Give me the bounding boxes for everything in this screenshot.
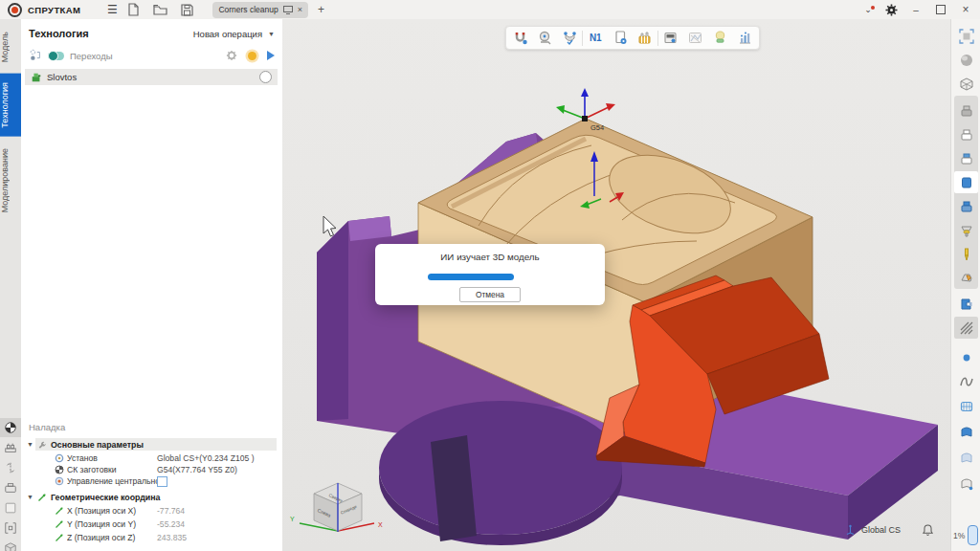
machine-display-icon[interactable] [954, 293, 978, 315]
nc-program-icon[interactable]: N1 [583, 28, 608, 49]
zoom-slider-handle[interactable] [968, 525, 978, 545]
stock-top-blue-icon[interactable] [954, 147, 978, 169]
magnet-snap-icon[interactable] [508, 28, 533, 49]
main-menu-icon[interactable]: ☰ [101, 1, 122, 18]
tool-holder-check-icon[interactable] [558, 28, 583, 49]
curves-display-icon[interactable] [954, 370, 978, 392]
param-label: Y (Позиция оси Y) [67, 519, 157, 529]
mesh-display-icon[interactable] [954, 395, 978, 417]
close-button[interactable]: × [955, 1, 976, 18]
minimize-button[interactable]: – [905, 1, 926, 18]
new-operation-dropdown[interactable]: Новая операция ▼ [193, 29, 275, 39]
travel-limits-icon[interactable] [0, 458, 21, 477]
chevron-down-icon: ▼ [27, 494, 35, 500]
axis-icon [55, 519, 64, 529]
viewport-3d[interactable]: G54 Сверху Слева Спереди [282, 19, 950, 551]
progress-bar [428, 274, 514, 280]
points-display-icon[interactable] [954, 346, 978, 368]
coordinate-system-icon [55, 465, 64, 474]
left-tab-strip: Модель Технология Моделирование [0, 19, 22, 551]
section-hatch-icon[interactable] [954, 317, 978, 339]
axis-icon [55, 506, 64, 516]
surface-shaded-icon[interactable] [954, 421, 978, 443]
group-geometric-coordinates[interactable]: ▼ Геометрические координа [21, 491, 282, 503]
group-main-parameters[interactable]: ▼ Основные параметры [21, 438, 282, 451]
postprocessor-settings-icon[interactable] [608, 28, 633, 49]
tab-modeling[interactable]: Моделирование [0, 140, 21, 221]
sprutcam-window: СПРУТКАМ ☰ Corners cleanup × + ⌄ – × [0, 0, 980, 551]
cancel-button[interactable]: Отмена [459, 287, 521, 302]
param-label: X (Позиция оси X) [67, 506, 157, 516]
view-cube[interactable]: Сверху Слева Спереди Y X [290, 483, 383, 532]
fixtures-icon[interactable] [0, 438, 21, 457]
surface-edges-icon[interactable] [954, 473, 978, 495]
maximize-button[interactable] [930, 1, 951, 18]
param-value[interactable]: 243.835 [157, 533, 187, 542]
tool-display-icon[interactable] [954, 219, 978, 241]
document-tab[interactable]: Corners cleanup × [212, 2, 308, 18]
tab-technology[interactable]: Технология [0, 74, 21, 137]
stock-gray-icon[interactable] [954, 99, 978, 121]
save-project-icon[interactable] [176, 1, 197, 18]
new-tab-button[interactable]: + [318, 3, 324, 16]
operation-radio[interactable] [259, 71, 272, 83]
param-label: Управление центральной [67, 476, 157, 486]
machine-panel-icon[interactable] [658, 28, 683, 49]
workpiece-plane-icon[interactable] [0, 498, 21, 518]
solid-box-icon[interactable] [0, 539, 21, 551]
param-label: СК заготовки [67, 465, 157, 474]
viewport-status: Global CS [845, 524, 901, 535]
param-row-z: Z (Позиция оси Z) 243.835 [21, 532, 282, 543]
param-value[interactable]: -55.234 [157, 519, 185, 529]
toolpath-graph-icon[interactable] [683, 28, 708, 49]
operation-settings-gear-icon[interactable] [226, 50, 237, 61]
group-label: Геометрические координа [51, 493, 160, 502]
operation-list-item[interactable]: Slovtos [25, 69, 278, 85]
param-value[interactable]: -77.764 [157, 506, 185, 516]
app-name: СПРУТКАМ [28, 5, 80, 15]
stock-blue-gray-icon[interactable] [954, 195, 978, 217]
new-project-icon[interactable] [122, 1, 144, 18]
surface-flat-icon[interactable] [954, 447, 978, 469]
tab-model[interactable]: Модель [0, 23, 21, 71]
wireframe-view-icon[interactable] [954, 73, 978, 95]
measure-tool-icon[interactable] [533, 28, 558, 49]
open-project-icon[interactable] [149, 1, 170, 18]
notifications-bell-icon[interactable] [922, 523, 934, 537]
drill-tool-icon[interactable] [954, 243, 978, 265]
stock-outline-icon[interactable] [954, 123, 978, 145]
stock-box-icon[interactable] [0, 478, 21, 497]
tab-close-icon[interactable]: × [298, 5, 302, 14]
fixture-round-base[interactable] [379, 401, 622, 545]
operation-name: Slovtos [47, 72, 77, 82]
axis-y-label: Y [290, 516, 295, 522]
param-label: Z (Позиция оси Z) [67, 533, 157, 542]
zoom-control: 1% [953, 525, 978, 545]
param-value[interactable]: Global CS+(Y0.234 Z105 ) [157, 453, 255, 463]
run-operation-icon[interactable] [267, 51, 275, 60]
clamps-icon[interactable] [0, 518, 21, 538]
shaded-view-icon[interactable] [954, 49, 978, 71]
settings-gear-icon[interactable] [880, 1, 902, 18]
transitions-row: Переходы [21, 46, 282, 65]
viewport-toolbar: N1 [505, 26, 760, 50]
monitor-icon [283, 6, 293, 14]
tool-library-icon[interactable] [633, 28, 657, 49]
statistics-icon[interactable] [732, 28, 757, 49]
datum-balloon-icon[interactable] [0, 418, 21, 437]
group-label: Основные параметры [51, 440, 144, 450]
param-value[interactable]: G54(X77.764 Y55 Z0) [157, 465, 237, 474]
transitions-toggle[interactable] [48, 52, 64, 60]
coordinate-system-status[interactable]: Global CS [861, 525, 901, 535]
stock-solid-blue-icon[interactable] [954, 171, 978, 193]
param-row-central-control: Управление центральной [21, 475, 282, 487]
setup-section-title: Наладка [29, 422, 65, 432]
warning-lamp-icon[interactable] [248, 52, 256, 60]
updates-chevron-icon[interactable]: ⌄ [859, 5, 877, 14]
tool-holder-icon[interactable] [954, 267, 978, 289]
fit-view-icon[interactable] [954, 25, 978, 47]
simulation-lamp-icon[interactable] [707, 28, 732, 49]
technology-panel: Технология Новая операция ▼ Переходы Slo… [21, 19, 283, 551]
central-control-checkbox[interactable] [157, 476, 167, 487]
panel-header: Технология Новая операция ▼ [21, 24, 282, 43]
